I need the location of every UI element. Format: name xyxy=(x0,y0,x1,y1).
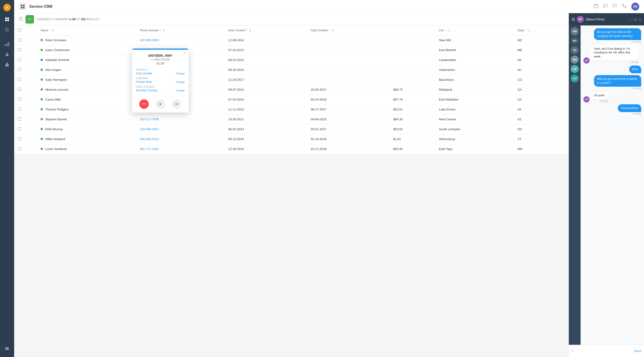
call-hangup-button[interactable] xyxy=(139,99,149,109)
row-actions-dots[interactable]: ··· xyxy=(29,118,31,121)
chat-sidebar-avatar-td[interactable]: TD xyxy=(571,46,579,54)
col-header-city[interactable]: City ▽ ▲▼ xyxy=(435,25,514,35)
city-sort-icon[interactable]: ▲▼ xyxy=(448,28,450,32)
msg-group: Yeah, but I'll be dialing in. I'm travel… xyxy=(591,45,638,64)
call-company-link[interactable]: Fannie Mae xyxy=(136,80,152,84)
chat-add-icon[interactable]: + xyxy=(572,349,574,354)
chat-sidebar-avatar-dm[interactable]: DM xyxy=(571,55,579,64)
col-header-phone[interactable]: Phone Number ▽ ▲▼ xyxy=(136,25,224,35)
phone-link[interactable]: 801-717-2435 xyxy=(140,147,159,151)
row-checkbox[interactable] xyxy=(18,78,21,81)
row-name[interactable]: Thomas Rodgers xyxy=(45,108,69,111)
add-button[interactable]: + xyxy=(26,15,34,23)
chat-sidebar-avatar-bd[interactable]: BD xyxy=(571,37,579,45)
row-checkbox[interactable] xyxy=(18,117,21,121)
call-contact-change[interactable]: Change xyxy=(176,72,185,75)
row-name[interactable]: Minerva Leonard xyxy=(45,88,68,91)
state-filter-icon[interactable]: ▽ xyxy=(525,29,527,31)
call-transfer-button[interactable] xyxy=(172,99,181,109)
flag-icon[interactable] xyxy=(612,3,617,9)
phone-link[interactable]: 310-217-7938 xyxy=(140,117,159,121)
row-checkbox[interactable] xyxy=(18,48,21,51)
sidebar-item-contacts[interactable] xyxy=(3,50,11,59)
row-name[interactable]: Alex Hogan xyxy=(45,68,61,72)
phone-filter-icon[interactable]: ▽ xyxy=(160,29,162,31)
date2-filter-icon[interactable]: ▽ xyxy=(328,29,330,31)
calendar-icon[interactable] xyxy=(594,3,598,9)
row-name[interactable]: Willie Hubbard xyxy=(45,137,65,141)
row-date2: 02-24-2018 xyxy=(307,134,390,144)
row-actions-dots[interactable]: ··· xyxy=(29,98,31,101)
row-checkbox[interactable] xyxy=(18,137,21,140)
row-actions-dots[interactable]: ··· xyxy=(29,79,31,81)
chat-sidebar-avatar-lb[interactable]: LB xyxy=(571,65,579,73)
col-header-state[interactable]: State ▽ ▲▼ xyxy=(514,25,568,35)
chat-minimize-icon[interactable]: — xyxy=(629,18,632,21)
row-name[interactable]: Isaac Christensen xyxy=(45,48,70,52)
state-sort-icon[interactable]: ▲▼ xyxy=(528,28,530,32)
call-company-change[interactable]: Change xyxy=(176,80,185,83)
row-name[interactable]: Carlos Mills xyxy=(45,98,61,101)
col-header-date2[interactable]: Date Created ▽ ▲▼ xyxy=(307,25,390,35)
row-actions-dots[interactable]: ··· xyxy=(29,49,31,51)
chat-sidebar-avatar-hm[interactable]: HM xyxy=(571,27,579,35)
call-hold-button[interactable]: ⏸ xyxy=(156,99,165,109)
chat-expand-icon[interactable]: ⊡ xyxy=(634,18,637,21)
row-name[interactable]: Peter Gonzales xyxy=(45,38,66,42)
chat-send-button[interactable]: Send xyxy=(634,349,641,353)
row-actions-dots[interactable]: ··· xyxy=(29,108,31,111)
row-name[interactable]: Stephen Barrett xyxy=(45,117,67,121)
sidebar-item-list[interactable] xyxy=(3,25,11,34)
row-checkbox[interactable] xyxy=(18,147,21,150)
phone-link[interactable]: 937-985-3904 xyxy=(140,38,159,42)
row-actions-dots[interactable]: ··· xyxy=(29,39,31,42)
call-popup-minimize[interactable]: ⊡ xyxy=(184,51,186,55)
row-checkbox[interactable] xyxy=(18,127,21,130)
row-name[interactable]: Adelaide Schmidt xyxy=(45,58,69,62)
call-case-link[interactable]: Number Porting xyxy=(136,88,157,92)
col-header-name[interactable]: Name ▽ ▲▼ xyxy=(37,25,136,35)
row-checkbox[interactable] xyxy=(18,58,21,61)
row-actions-dots[interactable]: ··· xyxy=(29,148,31,150)
row-checkbox[interactable] xyxy=(18,88,21,91)
row-actions-dots[interactable]: ··· xyxy=(29,128,31,131)
row-actions-dots[interactable]: ··· xyxy=(29,88,31,91)
row-checkbox[interactable] xyxy=(18,107,21,111)
chat-icon[interactable] xyxy=(603,3,608,9)
phone-sort-icon[interactable]: ▲▼ xyxy=(163,28,165,32)
name-sort-icon[interactable]: ▲▼ xyxy=(52,28,54,32)
sidebar-item-chat[interactable] xyxy=(3,345,11,353)
row-name[interactable]: Lizzie Sandoval xyxy=(45,147,67,151)
user-avatar[interactable]: AS xyxy=(631,2,639,10)
row-checkbox[interactable] xyxy=(18,38,21,41)
row-name[interactable]: Ethel Murray xyxy=(45,127,63,131)
phone-link[interactable]: 936-945-5162 xyxy=(140,137,159,141)
table-row: ··· Stephen Barrett 310-217-7938 10-26-2… xyxy=(14,114,568,124)
date-created-filter-icon[interactable]: ▽ xyxy=(246,29,248,31)
app-logo[interactable]: ✕ xyxy=(3,4,11,11)
phone-icon[interactable] xyxy=(622,3,626,9)
chat-close-icon[interactable]: ✕ xyxy=(638,18,641,21)
date2-sort-icon[interactable]: ▲▼ xyxy=(332,28,334,32)
sidebar-item-reports[interactable] xyxy=(3,40,11,48)
call-contact-link[interactable]: Amy Snyder xyxy=(136,72,152,75)
chat-input[interactable] xyxy=(576,349,632,353)
phone-link[interactable]: 198-888-0007 xyxy=(140,127,159,131)
row-actions-dots[interactable]: ··· xyxy=(29,69,31,71)
sidebar-item-cases[interactable] xyxy=(3,60,11,69)
sidebar-item-grid[interactable] xyxy=(3,15,11,23)
chat-sidebar-avatar-co[interactable]: CO xyxy=(571,74,579,82)
select-all-checkbox[interactable] xyxy=(18,28,21,31)
chat-menu-icon[interactable]: ☰ xyxy=(572,17,575,22)
row-actions-dots[interactable]: ··· xyxy=(29,138,31,141)
name-filter-icon[interactable]: ▽ xyxy=(49,29,51,31)
call-case-change[interactable]: Change xyxy=(176,89,185,92)
call-case-row: Number Porting Change xyxy=(136,88,185,92)
row-name[interactable]: Sally Harrington xyxy=(45,78,67,81)
col-header-date-created[interactable]: Date Created ▽ ▲▼ xyxy=(224,25,307,35)
row-checkbox[interactable] xyxy=(18,97,21,101)
row-checkbox[interactable] xyxy=(18,68,21,71)
date-created-sort-icon[interactable]: ▲▼ xyxy=(250,28,251,32)
city-filter-icon[interactable]: ▽ xyxy=(445,29,447,31)
row-actions-dots[interactable]: ··· xyxy=(29,59,31,61)
